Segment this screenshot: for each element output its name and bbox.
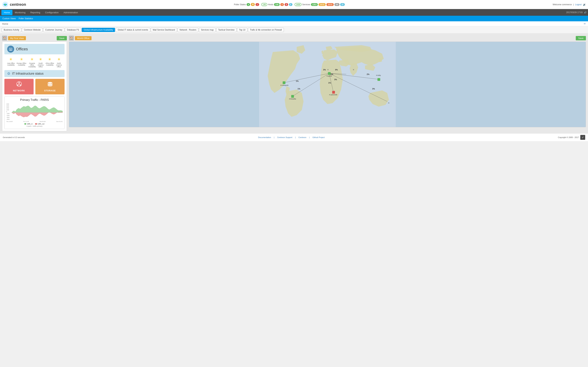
y-label-0: 0 (6, 111, 12, 113)
tab-centreon-website[interactable]: Centreon Website (22, 28, 43, 32)
svg-point-7 (18, 82, 20, 83)
legend-in-label: traffic_in (26, 123, 33, 125)
svg-rect-2 (10, 49, 10, 49)
chart-labels-y: 40M 30M 20M 10M 0 -10M -20M -30M -40M (6, 103, 12, 120)
status-bar: Poller States ● ✉ ≡ 146 Hosts 146 0 0 0 … (26, 3, 553, 6)
generated-text: Generated in 0.3 seconds (3, 136, 25, 138)
tab-customer-journey[interactable]: Customer Journey (43, 28, 64, 32)
office-label-south-america: SouthAmericaOffice (38, 62, 43, 68)
left-home-button[interactable]: 🏠 (2, 36, 7, 41)
infra-icon: ⚙ (7, 71, 10, 76)
nav-monitoring[interactable]: Monitoring (12, 10, 28, 15)
y-label-10m: 10M (6, 109, 12, 111)
y-label-20m: 20M (6, 107, 12, 109)
footer-links: Documentation | Centreon Support | Centr… (258, 136, 325, 138)
svg-point-14 (48, 83, 52, 85)
hosts-w3-badge: 0 (289, 3, 293, 6)
left-save-button[interactable]: Save (57, 36, 67, 40)
logo-area: centreon (2, 1, 26, 8)
chart-footer: Thu 18:05 Fri 11:20 Sat 06:36 Sun 01:51 (6, 121, 63, 122)
welcome-text: Welcome commerce (553, 3, 572, 6)
office-item-asia: ☀ Asia OfficeAvailability (7, 57, 15, 68)
svg-rect-1 (9, 48, 12, 50)
svg-rect-3 (11, 49, 11, 49)
svg-line-10 (18, 83, 19, 85)
storage-box[interactable]: STORAGE (35, 79, 65, 94)
right-home-button[interactable]: 🏠 (69, 36, 74, 41)
tab-mail-service[interactable]: Mail Service Dashboard (151, 28, 177, 32)
y-label-40m: 40M (6, 103, 12, 105)
services-w2-badge: 15/15 (326, 3, 334, 6)
office-label-europe: Europe OfficeAvailability (17, 62, 26, 66)
svg-text:1%: 1% (328, 82, 331, 84)
svg-text:0%: 0% (335, 69, 338, 71)
svg-text:✕: ✕ (353, 68, 354, 71)
tab-business-activity[interactable]: Business Activity (2, 28, 21, 32)
svg-point-13 (48, 82, 52, 83)
left-view-title: My First View (8, 36, 26, 40)
office-label-africa: Africa OfficeAvailability (45, 62, 54, 66)
fullscreen-button[interactable]: ⤢ (580, 135, 585, 140)
svg-line-11 (19, 83, 20, 85)
infra-boxes: NETWORK STORAGE (4, 79, 65, 94)
speaker-icon[interactable]: 🔊 (583, 3, 586, 6)
tab-tactical-overview[interactable]: Tactical Overview (216, 28, 236, 32)
subnav-poller-statistics[interactable]: Poller Statistics (17, 17, 34, 20)
office-label-asia: Asia OfficeAvailability (7, 62, 15, 66)
legend-in-dot (25, 123, 26, 125)
footer-github[interactable]: Github Project (312, 136, 325, 138)
breadcrumb-bar: Home ✏ (0, 21, 588, 26)
sun-icon-north-america: ☀ (57, 57, 61, 62)
svg-rect-30 (332, 91, 335, 94)
network-box[interactable]: NETWORK (4, 79, 34, 94)
office-label-north-america: NorthAmericaOffice (56, 62, 62, 68)
nav-reporting[interactable]: Reporting (28, 10, 43, 15)
office-item-europe: ☀ Europe OfficeAvailability (17, 57, 26, 68)
tab-database-fs[interactable]: Database FS (65, 28, 81, 32)
nav-home[interactable]: Home (1, 10, 12, 15)
services-ok-badge: 1353 (311, 3, 318, 6)
svg-text:3%: 3% (323, 69, 326, 71)
tab-global-it-status[interactable]: Global IT status & current events (116, 28, 150, 32)
svg-text:rt-toky: rt-toky (376, 74, 381, 76)
svg-rect-4 (10, 50, 10, 50)
services-w4-badge: 25 (340, 3, 345, 6)
nav-administration[interactable]: Administration (61, 10, 80, 15)
hosts-ok-badge: 146 (274, 3, 280, 6)
sun-icon-asia: ☀ (9, 57, 13, 62)
logo-icon (2, 1, 9, 8)
office-item-north-america: ☀ NorthAmericaOffice (56, 57, 62, 68)
offices-icon (7, 46, 14, 53)
edit-icon[interactable]: ✏ (584, 22, 586, 25)
right-save-button[interactable]: Save (576, 36, 586, 40)
footer-centreon[interactable]: Centreon (298, 136, 306, 138)
tab-network-routers[interactable]: Network : Routers (178, 28, 198, 32)
tab-global-infra[interactable]: Global Infrastructure Availability (82, 28, 115, 32)
x-label-fri: Fri 11:20 (23, 121, 29, 122)
svg-text:1%: 1% (296, 80, 299, 82)
tab-traffic-firewall[interactable]: Trafic & Nb connection on Firewall (248, 28, 284, 32)
infra-header: ⚙ IT Infrastructure status (4, 70, 65, 77)
x-label-thu: Thu 18:05 (6, 121, 13, 122)
subnav-custom-views[interactable]: Custom Views (1, 17, 17, 20)
services-total-badge: 1408 (294, 3, 302, 6)
office-item-south-america: ☀ SouthAmericaOffice (38, 57, 43, 68)
hosts-total-badge: 146 (261, 3, 267, 6)
sun-icon-south-america: ☀ (39, 57, 42, 62)
breadcrumb: Home (2, 23, 8, 25)
sun-icon-europe: ☀ (20, 57, 23, 62)
left-view-content: Offices ☀ Asia OfficeAvailability ☀ Euro… (2, 42, 67, 131)
logout-link[interactable]: Logout (575, 3, 581, 6)
legend-traffic-out: traffic_out (35, 123, 44, 125)
svg-text:2%: 2% (367, 73, 369, 75)
footer-support[interactable]: Centreon Support (277, 136, 293, 138)
main-content: 🏠 My First View Save Offices ☀ Asia Offi… (0, 33, 588, 133)
offices-items: ☀ Asia OfficeAvailability ☀ Europe Offic… (4, 57, 65, 68)
left-view-header: 🏠 My First View Save (2, 36, 67, 41)
nav-configuration[interactable]: Configuration (43, 10, 61, 15)
tab-top-10[interactable]: Top 10 (237, 28, 247, 32)
hosts-label: Hosts (268, 3, 273, 6)
footer-documentation[interactable]: Documentation (258, 136, 271, 138)
tab-services-map[interactable]: Services map (199, 28, 216, 32)
user-area: Welcome commerce | Logout 🔊 (553, 3, 586, 6)
